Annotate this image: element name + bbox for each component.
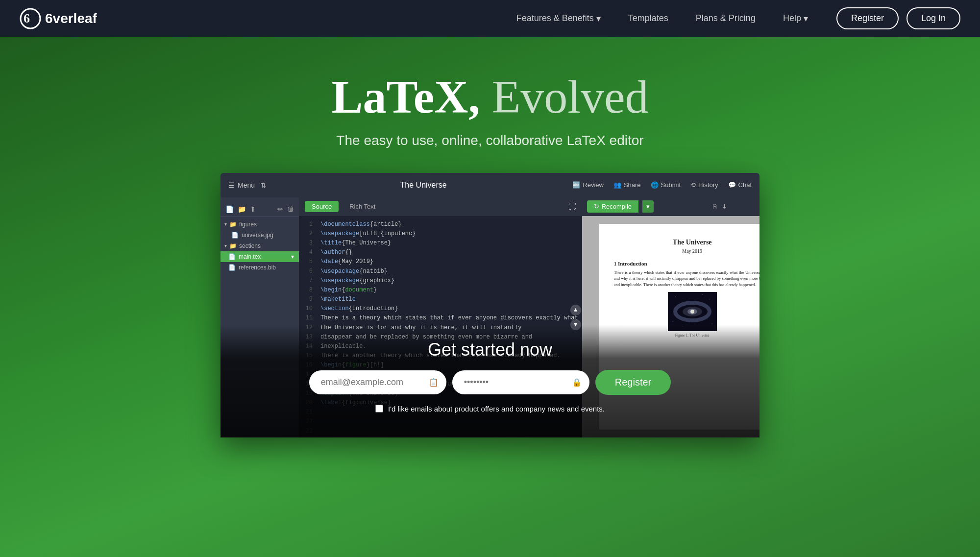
caret-down-icon: ▾ xyxy=(224,221,227,227)
hero-section: LaTeX, Evolved The easy to use, online, … xyxy=(0,37,980,557)
new-folder-icon[interactable]: 📁 xyxy=(238,205,246,214)
upload-icon[interactable]: ⬆ xyxy=(250,205,256,214)
email-opt-in-checkbox[interactable] xyxy=(375,405,383,412)
file-main-tex[interactable]: 📄 main.tex ▾ xyxy=(220,251,299,262)
submit-icon: 🌐 xyxy=(651,181,659,189)
svg-point-7 xyxy=(675,296,675,297)
history-icon: ⟲ xyxy=(690,181,696,189)
expand-icon[interactable]: ⛶ xyxy=(568,202,576,211)
delete-icon[interactable]: 🗑 xyxy=(287,205,294,214)
hero-title-bold: LaTeX, xyxy=(331,71,480,123)
recompile-dropdown-button[interactable]: ▾ xyxy=(642,200,654,213)
chevron-down-icon: ▾ xyxy=(596,13,601,24)
folder-sections[interactable]: ▾ 📁 sections xyxy=(220,241,299,251)
pdf-title: The Universe xyxy=(614,239,760,246)
chat-icon: 💬 xyxy=(728,181,736,189)
nav-pricing[interactable]: Plans & Pricing xyxy=(682,8,769,28)
pdf-date: May 2019 xyxy=(614,248,760,254)
email-icon: 📋 xyxy=(429,378,439,387)
share-icon: 👥 xyxy=(613,181,621,189)
svg-text:6: 6 xyxy=(24,11,30,25)
refresh-icon: ↻ xyxy=(594,203,599,210)
email-input[interactable] xyxy=(309,370,446,394)
submit-action[interactable]: 🌐 Submit xyxy=(651,181,681,189)
svg-point-14 xyxy=(707,318,707,319)
sort-icon: ⇅ xyxy=(261,181,267,189)
svg-point-6 xyxy=(690,310,694,314)
pdf-toolbar: ↻ Recompile ▾ ⎘ ⬇ ⛶ xyxy=(582,197,760,216)
review-action[interactable]: 🔤 Review xyxy=(572,181,604,189)
pdf-section-heading: 1 Introduction xyxy=(614,261,760,266)
password-icon: 🔒 xyxy=(572,378,582,387)
nav-buttons: Register Log In xyxy=(836,7,960,29)
share-action[interactable]: 👥 Share xyxy=(613,181,641,189)
richtext-tab[interactable]: Rich Text xyxy=(343,201,382,212)
hero-title-light: Evolved xyxy=(480,71,649,123)
file-icon: 📄 xyxy=(228,253,236,260)
logo[interactable]: 6 6verleaf xyxy=(20,8,97,29)
chat-action[interactable]: 💬 Chat xyxy=(728,181,752,189)
source-tab[interactable]: Source xyxy=(305,201,339,212)
pdf-copy-icon[interactable]: ⎘ xyxy=(713,203,717,211)
caret-down-icon: ▾ xyxy=(224,243,227,248)
nav-features[interactable]: Features & Benefits ▾ xyxy=(503,8,614,29)
file-tree-toolbar: 📄 📁 ⬆ ✏ 🗑 xyxy=(220,202,299,217)
folder-icon: 📁 xyxy=(229,242,237,249)
code-toolbar: Source Rich Text ⛶ xyxy=(299,197,582,216)
folder-icon: 📁 xyxy=(229,221,237,228)
recompile-button[interactable]: ↻ Recompile xyxy=(587,200,638,213)
new-file-icon[interactable]: 📄 xyxy=(225,205,234,214)
svg-point-8 xyxy=(709,299,710,299)
get-started-title: Get started now xyxy=(428,339,552,360)
editor-mock: ☰ Menu ⇅ The Universe 🔤 Review 👥 Share 🌐… xyxy=(220,173,760,437)
password-wrapper: 🔒 xyxy=(452,370,589,394)
editor-topbar: ☰ Menu ⇅ The Universe 🔤 Review 👥 Share 🌐… xyxy=(220,173,760,197)
checkbox-label: I'd like emails about product offers and… xyxy=(388,405,605,413)
pdf-download-icon[interactable]: ⬇ xyxy=(722,203,727,211)
svg-point-9 xyxy=(672,321,673,321)
document-title: The Universe xyxy=(274,181,572,190)
svg-point-10 xyxy=(711,323,712,324)
register-button[interactable]: Register xyxy=(836,7,899,29)
active-indicator: ▾ xyxy=(291,253,294,260)
get-started-overlay: Get started now 📋 🔒 Register I'd like em… xyxy=(220,325,760,437)
svg-point-12 xyxy=(702,294,702,294)
file-references-bib[interactable]: 📄 references.bib xyxy=(220,262,299,273)
nav-links: Features & Benefits ▾ Templates Plans & … xyxy=(503,8,822,29)
nav-help[interactable]: Help ▾ xyxy=(769,8,822,29)
pdf-paragraph: There is a theory which states that if e… xyxy=(614,269,760,288)
history-action[interactable]: ⟲ History xyxy=(690,181,718,189)
menu-icon: ☰ xyxy=(228,181,235,189)
logo-text: 6verleaf xyxy=(45,11,97,26)
scroll-up-button[interactable]: ▲ xyxy=(570,305,581,315)
register-form: 📋 🔒 Register xyxy=(309,370,671,395)
editor-actions: 🔤 Review 👥 Share 🌐 Submit ⟲ History 💬 xyxy=(572,181,752,189)
menu-button[interactable]: ☰ Menu ⇅ xyxy=(228,181,267,189)
hero-subtitle: The easy to use, online, collaborative L… xyxy=(336,133,643,148)
hero-title: LaTeX, Evolved xyxy=(331,71,648,123)
navbar: 6 6verleaf Features & Benefits ▾ Templat… xyxy=(0,0,980,37)
password-input[interactable] xyxy=(452,370,589,394)
email-wrapper: 📋 xyxy=(309,370,446,394)
logo-icon: 6 xyxy=(20,8,41,29)
chevron-down-icon: ▾ xyxy=(804,13,808,24)
folder-figures[interactable]: ▾ 📁 figures xyxy=(220,219,299,230)
svg-point-13 xyxy=(677,309,678,310)
login-button[interactable]: Log In xyxy=(906,7,960,29)
file-icon: 📄 xyxy=(228,264,236,271)
register-button[interactable]: Register xyxy=(595,370,671,395)
checkbox-row: I'd like emails about product offers and… xyxy=(375,405,605,413)
nav-templates[interactable]: Templates xyxy=(614,8,682,28)
edit-icon[interactable]: ✏ xyxy=(277,205,283,214)
file-universe-jpg[interactable]: 📄 universe.jpg xyxy=(220,230,299,241)
review-icon: 🔤 xyxy=(572,181,580,189)
file-icon: 📄 xyxy=(231,232,239,239)
